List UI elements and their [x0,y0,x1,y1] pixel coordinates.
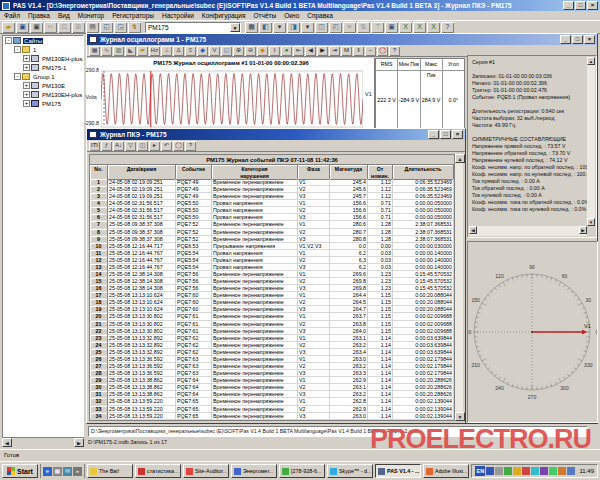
table-row[interactable]: 7 25-05-08 09:38:37.308 PQE7:52 Временно… [90,221,454,228]
tree-item[interactable]: - 1 [3,45,83,54]
maximize-button[interactable]: □ [440,130,451,139]
table-row[interactable]: 29 25-05-08 13:13:38.862 PQE7:64 Временн… [90,377,454,384]
toolbar-icon[interactable]: ⇥ [329,46,340,56]
menu-item[interactable]: Вид [54,12,74,19]
table-row[interactable]: 31 25-05-08 13:13:38.862 PQE7:64 Временн… [90,391,454,398]
toolbar-icon[interactable]: ◣ [125,46,136,56]
toolbar-icon[interactable]: ◧ [259,22,272,33]
toolbar-icon[interactable]: ◫ [137,141,148,151]
tree-item[interactable]: + PM130EH-plus [3,90,83,99]
expander-icon[interactable]: + [23,55,30,62]
table-row[interactable]: 32 25-05-08 13:13:59.220 PQE7:65 Временн… [90,398,454,405]
table-row[interactable]: 1 24-05-08 02:19:09.251 PQE7:49 Временно… [90,179,454,186]
tray-icon[interactable] [486,467,494,475]
events-vertical-scrollbar[interactable]: ▲ ▼ [455,154,463,421]
table-row[interactable]: 3 24-05-08 02:19:09.251 PQE7:49 Временно… [90,193,454,200]
close-button[interactable]: × [584,35,595,44]
toolbar-icon[interactable]: ◲ [114,22,127,33]
maximize-button[interactable]: □ [572,35,583,44]
table-row[interactable]: 22 25-05-08 13:13:30.802 PQE7:61 Временн… [90,328,454,335]
toolbar-icon[interactable]: ▣ [16,22,29,33]
table-row[interactable]: 5 24-05-08 02:31:56.517 PQE5:50 Провал н… [90,207,454,214]
tray-icon[interactable] [531,467,539,475]
table-row[interactable]: 9 25-05-08 09:38:37.308 PQE7:52 Временно… [90,236,454,243]
chevron-down-icon[interactable]: ▼ [230,23,240,32]
toolbar-icon[interactable]: ▦ [245,22,258,33]
toolbar-icon[interactable]: ⊖ [245,46,256,56]
scroll-right-icon[interactable]: ▶ [74,438,84,447]
table-row[interactable]: 24 25-05-08 13:13:32.892 PQE7:62 Временн… [90,342,454,349]
tree-item[interactable]: + PM175 [3,99,83,108]
quick-launch-icon[interactable]: ✉ [63,467,72,476]
toolbar-icon[interactable]: ⇅ [357,22,370,33]
minimize-button[interactable]: _ [560,35,571,44]
toolbar-icon[interactable]: ↶ [161,141,172,151]
tray-icon[interactable] [504,467,512,475]
column-header[interactable]: От номин. [368,165,393,180]
tray-icon[interactable] [549,467,557,475]
expander-icon[interactable]: + [23,100,30,107]
toolbar-icon[interactable]: Hz [149,46,160,56]
scroll-down-icon[interactable]: ▼ [455,412,465,421]
toolbar-icon[interactable]: ◱ [100,22,113,33]
toolbar-icon[interactable]: ◱ [221,46,232,56]
toolbar-icon[interactable]: ▾ [301,22,314,33]
column-header[interactable]: Магнитуда [330,165,368,180]
toolbar-icon[interactable]: ◆ [197,46,208,56]
taskbar-button[interactable]: Энергомет... [231,464,277,478]
toolbar-icon[interactable]: ◰ [329,22,342,33]
column-header[interactable]: Категория нарушения [212,165,298,180]
device-selector[interactable]: PM175 ▼ [145,22,241,33]
toolbar-icon[interactable]: − [365,46,376,56]
table-row[interactable]: 19 25-05-08 13:13:10.624 PQE7:60 Временн… [90,306,454,313]
taskbar-button[interactable]: Skype™ - d... [327,464,373,478]
menu-item[interactable]: Отчёты [249,12,280,19]
toolbar-icon[interactable]: ◯ [377,46,388,56]
scroll-up-icon[interactable]: ▲ [587,57,595,65]
table-row[interactable]: 4 24-05-08 02:31:56.517 PQE5:50 Провал н… [90,200,454,207]
toolbar-icon[interactable]: Δ [173,46,184,56]
tree-item[interactable]: + PM175-1 [3,63,83,72]
series-horizontal-scrollbar[interactable]: ◀ ▶ [469,226,587,236]
toolbar-icon[interactable]: ▥ [113,46,124,56]
toolbar-icon[interactable]: ? [185,141,196,151]
tray-icon[interactable] [522,467,530,475]
toolbar-icon[interactable]: ⊥ [161,46,172,56]
minimize-button[interactable]: _ [428,130,439,139]
expander-icon[interactable]: - [14,46,21,53]
table-row[interactable]: 27 25-05-08 13:13:36.592 PQE7:63 Временн… [90,363,454,370]
scroll-right-icon[interactable]: ▶ [579,226,587,234]
toolbar-icon[interactable]: ▦ [89,46,100,56]
table-row[interactable]: 15 25-05-08 12:38:14.308 PQE7:56 Временн… [90,278,454,285]
column-header[interactable]: Событие [176,165,212,180]
tree-item[interactable]: + PM130EH-plus2 [3,54,83,63]
maximize-button[interactable]: □ [575,1,586,10]
table-row[interactable]: 30 25-05-08 13:13:38.862 PQE7:64 Временн… [90,384,454,391]
table-row[interactable]: 33 25-05-08 13:13:59.220 PQE7:65 Временн… [90,406,454,413]
toolbar-icon[interactable]: ‖ [353,46,364,56]
menu-item[interactable]: Правка [24,12,54,19]
table-row[interactable]: 13 25-05-08 12:16:44.767 PQE5:54 Провал … [90,264,454,271]
column-header[interactable]: Длительность [393,165,454,180]
toolbar-icon[interactable]: ▣ [30,22,43,33]
toolbar-icon[interactable]: ◀ [305,46,316,56]
table-row[interactable]: 18 25-05-08 13:13:10.624 PQE7:60 Временн… [90,299,454,306]
toolbar-icon[interactable]: ◆ [257,46,268,56]
taskbar-button[interactable]: Site-Auditor... [183,464,229,478]
table-row[interactable]: 28 25-05-08 13:13:36.592 PQE7:63 Временн… [90,370,454,377]
quick-launch-icon[interactable]: e [43,467,52,476]
close-button[interactable]: × [587,1,598,10]
tree-item[interactable]: - Сайты [3,36,83,45]
menu-item[interactable]: Регистраторы [108,12,158,19]
tray-icon[interactable] [495,467,503,475]
column-header[interactable]: Фаза [298,165,330,180]
expander-icon[interactable]: - [14,73,21,80]
table-row[interactable]: 12 25-05-08 12:16:44.767 PQE5:54 Провал … [90,257,454,264]
language-indicator[interactable]: EN [475,466,485,476]
expander-icon[interactable]: + [23,82,30,89]
table-row[interactable]: 21 25-05-08 13:13:30.802 PQE7:61 Временн… [90,321,454,328]
taskbar-button[interactable]: [278-928-6... [279,464,325,478]
table-row[interactable]: 26 25-05-08 13:13:36.592 PQE7:63 Временн… [90,356,454,363]
table-row[interactable]: 14 25-05-08 12:38:14.308 PQE7:56 Временн… [90,271,454,278]
toolbar-icon[interactable]: ƒ [101,141,112,151]
